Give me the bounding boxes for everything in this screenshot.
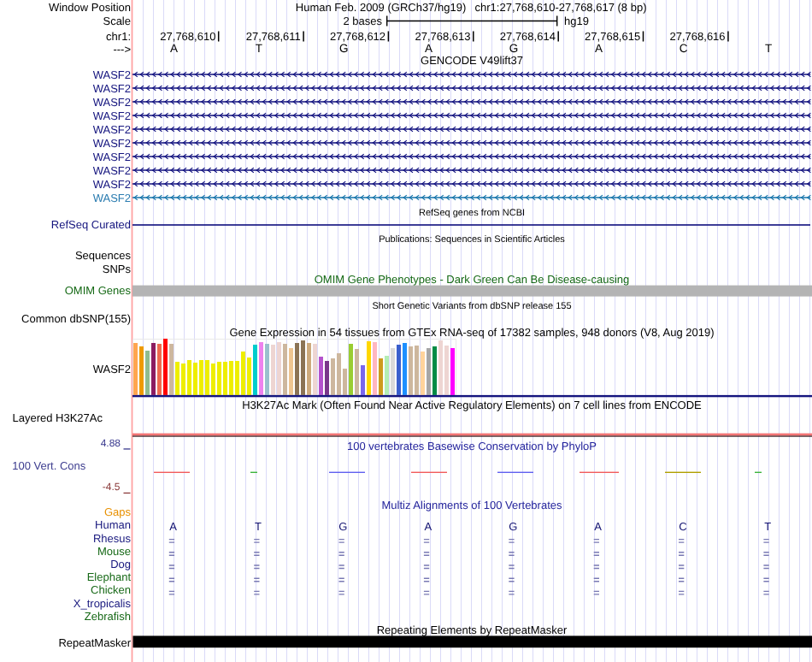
- svg-text:T: T: [764, 520, 771, 533]
- svg-text:T: T: [256, 42, 262, 55]
- svg-text:WASF2: WASF2: [93, 164, 131, 177]
- svg-text:Human: Human: [95, 518, 131, 531]
- svg-text:WASF2: WASF2: [93, 82, 131, 95]
- svg-text:Multiz Alignments of 100 Verte: Multiz Alignments of 100 Vertebrates: [381, 499, 562, 511]
- svg-text:27,768,611: 27,768,611: [246, 30, 301, 43]
- svg-text:27,768,614: 27,768,614: [500, 30, 556, 43]
- svg-text:Mouse: Mouse: [97, 545, 131, 558]
- svg-text:Gaps: Gaps: [104, 505, 132, 518]
- svg-text:Elephant: Elephant: [87, 570, 132, 583]
- svg-text:A: A: [170, 42, 178, 55]
- svg-text:X_tropicalis: X_tropicalis: [74, 597, 132, 610]
- svg-text:G: G: [509, 520, 517, 533]
- svg-text:GENCODE V49lift37: GENCODE V49lift37: [421, 54, 523, 67]
- svg-text:RefSeq genes from NCBI: RefSeq genes from NCBI: [419, 208, 525, 218]
- svg-text:SNPs: SNPs: [103, 263, 132, 275]
- svg-text:Window Position: Window Position: [49, 1, 131, 14]
- svg-text:Gene Expression in 54 tissues: Gene Expression in 54 tissues from GTEx …: [229, 326, 714, 339]
- svg-text:G: G: [339, 42, 349, 55]
- svg-text:Chicken: Chicken: [91, 583, 131, 596]
- svg-text:WASF2: WASF2: [93, 192, 131, 204]
- svg-text:27,768,610: 27,768,610: [160, 30, 215, 43]
- svg-text:Layered H3K27Ac: Layered H3K27Ac: [12, 411, 103, 424]
- svg-text:OMIM Genes: OMIM Genes: [65, 284, 132, 297]
- svg-text:A: A: [595, 42, 603, 55]
- svg-text:Rhesus: Rhesus: [93, 532, 132, 545]
- svg-text:-4.5: -4.5: [103, 481, 121, 493]
- svg-text:RefSeq Curated: RefSeq Curated: [51, 218, 131, 231]
- svg-text:T: T: [765, 42, 772, 55]
- svg-text:100 Vert. Cons: 100 Vert. Cons: [12, 459, 85, 472]
- svg-text:100 vertebrates Basewise Conse: 100 vertebrates Basewise Conservation by…: [347, 440, 597, 452]
- svg-text:WASF2: WASF2: [93, 151, 131, 163]
- svg-text:Repeating Elements by RepeatMa: Repeating Elements by RepeatMasker: [377, 624, 568, 636]
- svg-text:WASF2: WASF2: [93, 123, 131, 136]
- svg-text:WASF2: WASF2: [93, 178, 131, 191]
- svg-text:Scale: Scale: [103, 15, 131, 27]
- svg-text:OMIM Gene Phenotypes - Dark Gr: OMIM Gene Phenotypes - Dark Green Can Be…: [315, 273, 630, 286]
- svg-text:Common dbSNP(155): Common dbSNP(155): [21, 312, 131, 325]
- svg-text:WASF2: WASF2: [93, 109, 131, 122]
- svg-text:27,768,612: 27,768,612: [330, 30, 385, 43]
- svg-text:--->: --->: [113, 43, 131, 56]
- svg-text:27,768,616: 27,768,616: [670, 30, 726, 43]
- svg-text:4.88: 4.88: [101, 437, 121, 449]
- svg-text:chr1:27,768,610-27,768,617 (8: chr1:27,768,610-27,768,617 (8 bp): [475, 1, 647, 14]
- svg-text:A: A: [169, 520, 177, 533]
- svg-text:hg19: hg19: [564, 15, 589, 27]
- svg-text:Dog: Dog: [110, 558, 131, 570]
- svg-text:C: C: [679, 520, 686, 533]
- svg-text:Zebrafish: Zebrafish: [85, 610, 131, 623]
- svg-text:Short Genetic Variants from db: Short Genetic Variants from dbSNP releas…: [372, 301, 571, 311]
- svg-text:A: A: [594, 520, 602, 533]
- svg-text:2 bases: 2 bases: [343, 15, 382, 27]
- svg-text:Publications: Sequences in Sci: Publications: Sequences in Scientific Ar…: [379, 234, 565, 245]
- svg-text:WASF2: WASF2: [93, 363, 131, 375]
- svg-text:27,768,613: 27,768,613: [415, 30, 470, 43]
- svg-text:H3K27Ac Mark (Often Found Near: H3K27Ac Mark (Often Found Near Active Re…: [242, 399, 702, 411]
- svg-text:T: T: [255, 520, 262, 533]
- svg-text:WASF2: WASF2: [93, 96, 131, 109]
- svg-text:A: A: [424, 520, 432, 533]
- svg-text:WASF2: WASF2: [93, 137, 131, 150]
- svg-text:RepeatMasker: RepeatMasker: [58, 636, 131, 649]
- svg-text:G: G: [338, 520, 347, 533]
- svg-text:WASF2: WASF2: [93, 68, 131, 81]
- svg-text:C: C: [680, 42, 688, 55]
- svg-text:Sequences: Sequences: [75, 249, 132, 262]
- svg-text:Human Feb. 2009 (GRCh37/hg19): Human Feb. 2009 (GRCh37/hg19): [296, 1, 466, 14]
- svg-text:27,768,615: 27,768,615: [585, 30, 640, 43]
- svg-text:chr1:: chr1:: [106, 30, 131, 43]
